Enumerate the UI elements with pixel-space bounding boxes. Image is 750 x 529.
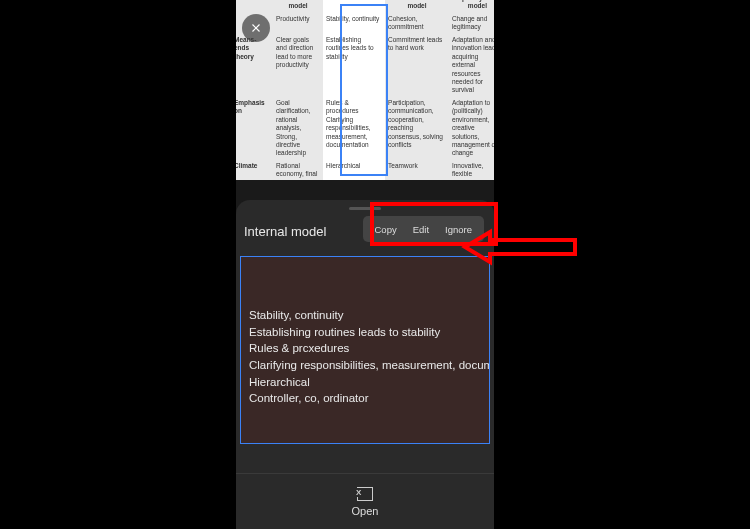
- close-button[interactable]: [242, 14, 270, 42]
- table-cell: Stability, continuity: [323, 13, 385, 34]
- close-icon: [249, 21, 263, 35]
- sheet-header: Internal model Copy Edit Ignore: [236, 210, 494, 252]
- table-cell: Innovative, flexible: [449, 160, 494, 180]
- table-cell: Adaptation and innovation lead to acquir…: [449, 34, 494, 97]
- phone-viewport: Rational model Internal model Human rela…: [236, 0, 494, 529]
- table-cell: Adaptation to (politically) environment,…: [449, 97, 494, 160]
- table-cell: Clear goals and direction lead to more p…: [273, 34, 323, 97]
- extracted-line: Stability, continuity: [249, 307, 481, 324]
- extraction-bottom-sheet: Internal model Copy Edit Ignore Stabilit…: [236, 200, 494, 529]
- extracted-line: Rules & prcxedures: [249, 340, 481, 357]
- col-header: Open system model: [449, 0, 494, 13]
- table-cell: Hierarchical: [323, 160, 385, 180]
- table-cell: Rules & procedures Clarifying responsibi…: [323, 97, 385, 160]
- row-header: Emphasis on: [236, 97, 273, 160]
- excel-icon: [357, 487, 373, 501]
- table-cell: Productivity: [273, 13, 323, 34]
- table-cell: Change and legitimacy: [449, 13, 494, 34]
- action-pill: Copy Edit Ignore: [363, 216, 485, 242]
- col-header-selected: Internal model: [323, 0, 385, 13]
- open-button[interactable]: Open: [236, 473, 494, 529]
- table-cell: Rational economy, final results: [273, 160, 323, 180]
- table-cell: Participation, communication, cooperatio…: [385, 97, 449, 160]
- table-cell: Cohesion, commitment: [385, 13, 449, 34]
- col-header: Human relations model: [385, 0, 449, 13]
- extracted-text-panel[interactable]: Stability, continuity Establishing routi…: [240, 256, 490, 444]
- ignore-button[interactable]: Ignore: [437, 220, 480, 239]
- copy-button[interactable]: Copy: [367, 220, 405, 239]
- source-table: Rational model Internal model Human rela…: [236, 0, 494, 180]
- table-cell: Establishing routines leads to stability: [323, 34, 385, 97]
- extracted-line: Controller, co, ordinator: [249, 390, 481, 407]
- table-cell: Teamwork: [385, 160, 449, 180]
- extracted-line: Establishing routines leads to stability: [249, 324, 481, 341]
- extracted-line: Hierarchical: [249, 374, 481, 391]
- open-label: Open: [352, 505, 379, 517]
- extracted-line: Clarifying responsibilities, measurement…: [249, 357, 481, 374]
- row-header: Means-ends theory: [236, 34, 273, 97]
- col-header: Rational model: [273, 0, 323, 13]
- row-header: Climate: [236, 160, 273, 180]
- edit-button[interactable]: Edit: [405, 220, 437, 239]
- captured-table-image: Rational model Internal model Human rela…: [236, 0, 494, 180]
- table-cell: Commitment leads to hard work: [385, 34, 449, 97]
- table-cell: Goal clarification, rational analysis, S…: [273, 97, 323, 160]
